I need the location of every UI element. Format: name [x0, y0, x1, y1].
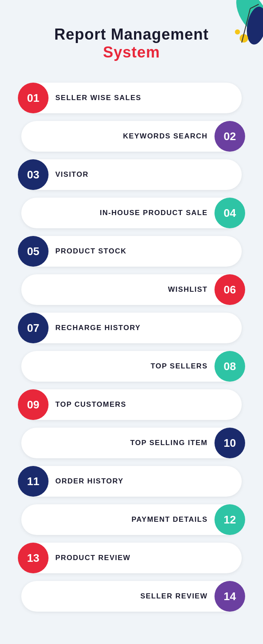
header-title-line2: System: [17, 43, 246, 61]
menu-item-09[interactable]: 09TOP CUSTOMERS: [21, 389, 242, 420]
menu-item-12[interactable]: 12PAYMENT DETAILS: [21, 504, 242, 535]
badge-13: 13: [18, 543, 49, 573]
menu-label-09: TOP CUSTOMERS: [55, 400, 126, 409]
menu-item-10[interactable]: 10TOP SELLING ITEM: [21, 428, 242, 458]
badge-04: 04: [214, 198, 245, 228]
menu-item-06[interactable]: 06WISHLIST: [21, 274, 242, 305]
badge-02: 02: [214, 121, 245, 152]
menu-label-12: PAYMENT DETAILS: [132, 515, 208, 524]
menu-item-14[interactable]: 14SELLER REVIEW: [21, 581, 242, 612]
menu-label-08: TOP SELLERS: [151, 362, 208, 371]
menu-item-07[interactable]: 07RECHARGE HISTORY: [21, 313, 242, 343]
page-header: Report Management System: [0, 0, 263, 74]
menu-item-02[interactable]: 02KEYWORDS SEARCH: [21, 121, 242, 152]
menu-item-08[interactable]: 08TOP SELLERS: [21, 351, 242, 382]
badge-08: 08: [214, 351, 245, 382]
badge-14: 14: [214, 581, 245, 612]
menu-label-05: PRODUCT STOCK: [55, 247, 126, 256]
menu-list: 01SELLER WISE SALES02KEYWORDS SEARCH03VI…: [0, 74, 263, 637]
menu-label-13: PRODUCT REVIEW: [55, 554, 131, 562]
menu-label-01: SELLER WISE SALES: [55, 94, 141, 102]
menu-label-02: KEYWORDS SEARCH: [123, 132, 208, 141]
menu-item-13[interactable]: 13PRODUCT REVIEW: [21, 543, 242, 573]
badge-03: 03: [18, 159, 49, 190]
menu-item-04[interactable]: 04IN-HOUSE PRODUCT SALE: [21, 198, 242, 228]
badge-10: 10: [214, 428, 245, 458]
menu-item-01[interactable]: 01SELLER WISE SALES: [21, 83, 242, 113]
menu-item-05[interactable]: 05PRODUCT STOCK: [21, 236, 242, 267]
badge-11: 11: [18, 466, 49, 497]
menu-label-04: IN-HOUSE PRODUCT SALE: [100, 209, 208, 217]
badge-09: 09: [18, 389, 49, 420]
badge-01: 01: [18, 83, 49, 113]
menu-label-11: ORDER HISTORY: [55, 477, 123, 486]
menu-label-06: WISHLIST: [168, 285, 208, 294]
menu-label-10: TOP SELLING ITEM: [130, 439, 208, 447]
badge-06: 06: [214, 274, 245, 305]
header-title-line1: Report Management: [17, 26, 246, 43]
menu-label-07: RECHARGE HISTORY: [55, 324, 141, 332]
menu-item-11[interactable]: 11ORDER HISTORY: [21, 466, 242, 497]
badge-07: 07: [18, 313, 49, 343]
badge-12: 12: [214, 504, 245, 535]
badge-05: 05: [18, 236, 49, 267]
menu-label-14: SELLER REVIEW: [140, 592, 208, 601]
menu-item-03[interactable]: 03VISITOR: [21, 159, 242, 190]
menu-label-03: VISITOR: [55, 170, 89, 179]
